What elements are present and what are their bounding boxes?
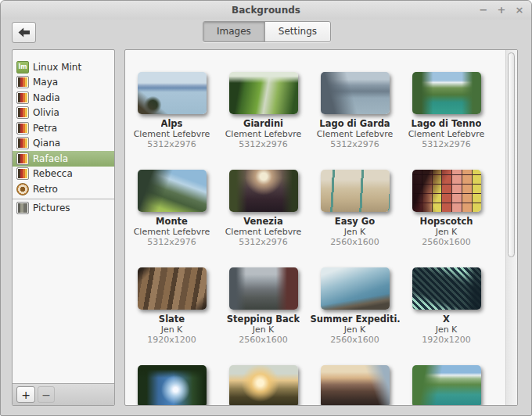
remove-folder-button[interactable]: − [38,386,55,403]
wallpaper-name: Giardini [243,118,283,129]
wallpaper-thumbnail [412,72,481,114]
wallpaper-item-slate[interactable]: SlateJen K1920x1200 [126,267,217,365]
sidebar-item-petra[interactable]: Petra [13,120,114,136]
wallpaper-author: Jen K [436,227,458,237]
sidebar-item-retro[interactable]: Retro [13,181,114,197]
wallpaper-resolution: 5312x2976 [422,139,471,149]
wallpaper-author: Clement Lefebvre [317,129,394,139]
wallpaper-name: Stepping Back [227,314,300,325]
wallpaper-thumbnail [321,72,390,114]
sidebar-item-label: Retro [33,184,58,195]
wallpaper-thumbnail [321,365,390,406]
wallpaper-author: Clement Lefebvre [225,129,302,139]
wallpaper-author: Jen K [253,325,275,335]
wallpaper-thumbnail [138,267,207,310]
release-icon [16,91,29,104]
add-folder-button[interactable]: + [16,386,35,403]
background-collections-list: lmLinux MintMayaNadiaOliviaPetraQianaRaf… [13,50,114,383]
wallpaper-item[interactable] [217,365,309,406]
wallpaper-resolution: 5312x2976 [330,139,379,149]
sidebar-item-qiana[interactable]: Qiana [13,136,114,152]
wallpaper-author: Jen K [344,227,366,237]
wallpaper-thumbnail [229,170,298,212]
wallpaper-thumbnail [229,72,298,114]
wallpaper-item[interactable] [309,365,401,406]
wallpaper-author: Jen K [161,325,183,335]
sidebar-item-label: Rebecca [33,168,73,179]
wallpaper-item-x[interactable]: XJen K1920x1200 [401,267,492,365]
wallpaper-resolution: 1920x1200 [422,335,471,345]
wallpaper-thumbnail [412,365,481,406]
release-icon [16,167,29,180]
sidebar-item-rafaela[interactable]: Rafaela [13,151,114,167]
wallpaper-item-venezia[interactable]: VeneziaClement Lefebvre5312x2976 [217,170,309,267]
wallpaper-name: Easy Go [335,216,375,227]
window-controls: − + × [478,1,525,20]
retro-icon [16,183,29,195]
sidebar-item-label: Petra [33,123,57,134]
scrollbar[interactable] [505,50,517,405]
wallpaper-name: Hopscotch [420,216,473,227]
wallpaper-thumbnail [412,267,481,310]
wallpaper-name: Slate [159,314,185,325]
wallpaper-item-monte[interactable]: MonteClement Lefebvre5312x2976 [126,170,217,267]
back-button[interactable] [12,22,36,43]
tab-images[interactable]: Images [203,22,264,41]
release-icon [16,122,29,134]
sidebar-separator [13,199,114,199]
sidebar-item-label: Pictures [33,203,70,213]
wallpaper-item-alps[interactable]: AlpsClement Lefebvre5312x2976 [126,72,217,170]
wallpaper-name: X [443,314,450,325]
wallpaper-name: Alps [161,118,183,129]
wallpaper-resolution: 2560x1600 [422,237,471,247]
sidebar-item-label: Qiana [33,138,60,149]
sidebar-item-nadia[interactable]: Nadia [13,90,114,106]
wallpaper-thumbnail [321,170,390,212]
wallpaper-item-giardini[interactable]: GiardiniClement Lefebvre5312x2976 [217,72,309,170]
sidebar-item-rebecca[interactable]: Rebecca [13,167,114,182]
wallpaper-item-stepping-back[interactable]: Stepping BackJen K2560x1600 [217,267,309,365]
release-icon [16,152,29,165]
pictures-icon [16,202,29,214]
maximize-icon[interactable]: + [496,3,507,17]
wallpaper-author: Jen K [344,325,366,335]
wallpaper-item-lago-di-garda[interactable]: Lago di GardaClement Lefebvre5312x2976 [309,72,401,170]
wallpaper-item-summer-expediti[interactable]: Summer Expediti...Jen K2560x1600 [309,267,401,365]
titlebar[interactable]: Backgrounds − + × [1,1,531,20]
back-arrow-icon [18,27,31,38]
sidebar-item-label: Maya [33,77,58,88]
tab-settings[interactable]: Settings [264,22,330,41]
sidebar-item-label: Olivia [33,107,59,118]
sidebar-item-pictures[interactable]: Pictures [13,201,114,217]
wallpaper-resolution: 2560x1600 [330,237,379,247]
wallpaper-name: Summer Expediti... [311,314,400,325]
wallpaper-name: Lago di Garda [319,118,390,129]
wallpaper-item-lago-di-tenno[interactable]: Lago di TennoClement Lefebvre5312x2976 [401,72,492,170]
wallpaper-thumbnail [138,72,207,114]
wallpaper-item[interactable] [126,365,217,406]
wallpaper-author: Clement Lefebvre [408,129,485,139]
sidebar-item-olivia[interactable]: Olivia [13,106,114,121]
wallpaper-item-easy-go[interactable]: Easy GoJen K2560x1600 [309,170,401,267]
backgrounds-window: Backgrounds − + × Images Settings lmLinu… [0,0,532,416]
wallpaper-name: Monte [156,216,188,227]
sidebar-item-maya[interactable]: Maya [13,75,114,91]
wallpaper-thumbnail [321,267,390,310]
wallpaper-author: Clement Lefebvre [134,227,210,237]
wallpaper-item-hopscotch[interactable]: HopscotchJen K2560x1600 [401,170,492,267]
wallpaper-thumbnail [138,170,207,212]
wallpaper-thumbnail [229,267,298,310]
wallpaper-author: Clement Lefebvre [134,129,210,139]
wallpaper-resolution: 5312x2976 [147,139,196,149]
scrollbar-thumb[interactable] [508,52,515,257]
linux-mint-icon: lm [16,61,29,74]
release-icon [16,137,29,149]
sidebar-item-linux-mint[interactable]: lmLinux Mint [13,59,114,75]
minimize-icon[interactable]: − [478,3,489,17]
wallpaper-resolution: 5312x2976 [239,139,288,149]
close-icon[interactable]: × [514,3,525,17]
view-tabs: Images Settings [203,21,331,42]
toolbar: Images Settings [1,20,531,49]
wallpaper-item[interactable] [401,365,492,406]
wallpaper-name: Lago di Tenno [412,118,482,129]
